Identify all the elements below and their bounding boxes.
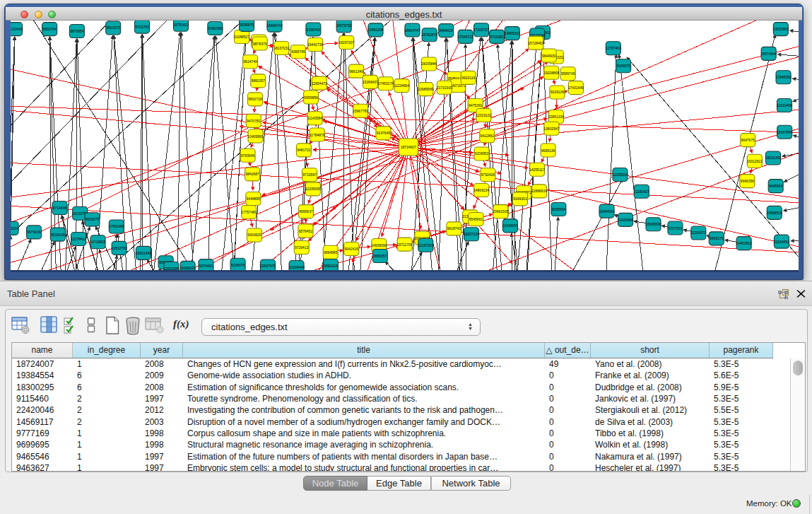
graph-node[interactable]: 12910468 [777, 99, 792, 112]
graph-node[interactable]: 9147645 [376, 127, 391, 140]
graph-node[interactable]: 19207139 [464, 228, 479, 241]
column-header-out_de[interactable]: △ out_de… [545, 343, 591, 358]
graph-node[interactable]: 9206953 [474, 147, 489, 160]
show-column-icon[interactable] [40, 316, 59, 334]
graph-node[interactable]: 14463612 [736, 237, 752, 250]
graph-node[interactable]: 13278411 [71, 233, 86, 246]
vertical-scrollbar[interactable] [790, 358, 805, 471]
graph-node[interactable]: 21160427 [634, 185, 649, 198]
graph-node[interactable]: 15067896 [777, 125, 792, 139]
graph-node[interactable]: 16782870 [422, 28, 437, 42]
column-header-in_degree[interactable]: in_degree [73, 343, 141, 358]
graph-node[interactable]: 17931486 [109, 220, 124, 233]
graph-node[interactable]: 9029106 [550, 86, 565, 99]
graph-node[interactable]: 11095934 [613, 168, 628, 181]
graph-node[interactable]: 19312822 [747, 154, 763, 168]
graph-node[interactable]: 12335095 [305, 182, 321, 196]
graph-node[interactable]: 22689589 [418, 83, 433, 96]
graph-node[interactable]: 9686136 [541, 144, 555, 157]
graph-node[interactable]: 9449895 [246, 192, 261, 205]
float-window-icon[interactable] [778, 288, 789, 299]
graph-node[interactable]: 18568518 [767, 206, 782, 219]
graph-node[interactable]: 9618743 [447, 222, 461, 235]
graph-node[interactable]: 15711709 [397, 238, 413, 251]
graph-node[interactable]: 14726815 [90, 235, 105, 249]
graph-node[interactable]: 9783546 [240, 148, 255, 162]
graph-node[interactable]: 9729413 [294, 240, 309, 254]
graph-node[interactable]: 9882057 [251, 74, 266, 88]
graph-node[interactable]: 15967780 [353, 104, 368, 117]
graph-node[interactable]: 11234964 [394, 79, 410, 93]
graph-node[interactable]: 9578452 [298, 224, 313, 238]
graph-node[interactable]: 19442736 [307, 38, 323, 52]
graph-node[interactable]: 20961505 [493, 205, 508, 218]
graph-node[interactable]: 9349975 [616, 59, 631, 73]
new-document-icon[interactable] [104, 316, 121, 335]
graph-node[interactable]: 9396763 [306, 23, 321, 36]
graph-node[interactable]: 21104491 [774, 235, 789, 248]
graph-node[interactable]: 18151350 [765, 151, 781, 165]
graph-node[interactable]: 22263070 [690, 226, 706, 240]
graph-node[interactable]: 19197207 [339, 36, 354, 49]
table-row[interactable]: 1456911722003Disruption of a novel membe… [12, 416, 789, 428]
graph-node[interactable]: 9374461 [199, 259, 213, 270]
graph-node[interactable]: 9644930 [541, 49, 556, 62]
window-titlebar[interactable]: citations_edges.txt [6, 7, 802, 21]
graph-node[interactable]: 9666356 [740, 175, 755, 188]
graph-node[interactable]: 9821670 [106, 21, 121, 35]
graph-node[interactable]: 9303629 [247, 228, 261, 242]
table-row[interactable]: 2242004622012Investigating the contribut… [12, 404, 789, 416]
graph-node[interactable]: 20462983 [207, 22, 223, 35]
table-row[interactable]: 946554611997Estimation of the future num… [12, 451, 789, 462]
graph-node[interactable]: 21649051 [502, 219, 518, 233]
graph-node[interactable]: 9596357 [372, 249, 387, 262]
column-header-title[interactable]: title [183, 343, 545, 358]
graph-node[interactable]: 9870654 [69, 24, 84, 37]
graph-node[interactable]: 9545661 [469, 213, 483, 226]
graph-node[interactable]: 9003764 [42, 23, 57, 36]
network-graph[interactable]: 1870654196247449882057950072894707811040… [11, 21, 799, 270]
graph-node[interactable]: 16574944 [761, 47, 777, 60]
graph-node[interactable]: 9042415 [344, 242, 359, 255]
graph-node[interactable]: 9239378 [230, 258, 245, 270]
graph-node[interactable]: 12319132 [476, 108, 491, 122]
graph-node[interactable]: 9995637 [298, 205, 313, 218]
graph-node[interactable]: 9095564 [551, 203, 566, 216]
rows-icon[interactable] [86, 316, 96, 334]
graph-node[interactable]: 15345828 [645, 218, 661, 231]
graph-node[interactable]: 17757483 [241, 206, 257, 219]
graph-node[interactable]: 9878379 [252, 37, 267, 50]
graph-node[interactable]: 10409993 [247, 129, 263, 143]
table-row[interactable]: 1872400712008Changes of HCN gene express… [12, 358, 789, 370]
graph-node[interactable]: 9516079 [85, 213, 100, 226]
graph-node[interactable]: 9694985 [323, 245, 338, 259]
graph-node[interactable]: 19035846 [421, 57, 437, 71]
graph-node[interactable]: 12197293 [418, 238, 433, 252]
graph-node[interactable]: 9445959 [768, 180, 783, 193]
graph-node[interactable]: 18904747 [404, 23, 420, 37]
graph-node[interactable]: 22851334 [548, 110, 564, 123]
graph-node[interactable]: 17544723 [457, 30, 473, 43]
graph-node[interactable]: 17123443 [11, 23, 23, 36]
graph-node[interactable]: 14255117 [529, 163, 545, 176]
graph-node[interactable]: 18484594 [599, 204, 614, 218]
graph-node[interactable]: 10208444 [288, 261, 304, 270]
graph-node[interactable]: 16976752 [336, 21, 352, 33]
graph-node[interactable]: 19965301 [505, 27, 520, 40]
graph-node[interactable]: 10532760 [111, 241, 126, 255]
graph-node[interactable]: 22667978 [260, 259, 276, 270]
column-header-short[interactable]: short [591, 343, 710, 358]
graph-node[interactable]: 17205727 [473, 23, 489, 37]
tab-edge-table[interactable]: Edge Table [367, 476, 431, 491]
graph-node[interactable]: 18724007 [399, 139, 418, 156]
graph-node[interactable]: 16180020 [180, 261, 195, 270]
graph-node[interactable]: 9481722 [296, 144, 311, 157]
import-table-icon-disabled[interactable] [145, 316, 165, 334]
graph-node[interactable]: 9500728 [248, 93, 263, 106]
graph-node[interactable]: 18688743 [266, 21, 282, 32]
graph-node[interactable]: 9792426 [481, 168, 495, 182]
tab-network-table[interactable]: Network Table [431, 476, 511, 491]
graph-node[interactable]: 19208808 [543, 66, 559, 79]
graph-node[interactable]: 9624744 [243, 55, 258, 69]
graph-node[interactable]: 17431649 [568, 81, 584, 95]
